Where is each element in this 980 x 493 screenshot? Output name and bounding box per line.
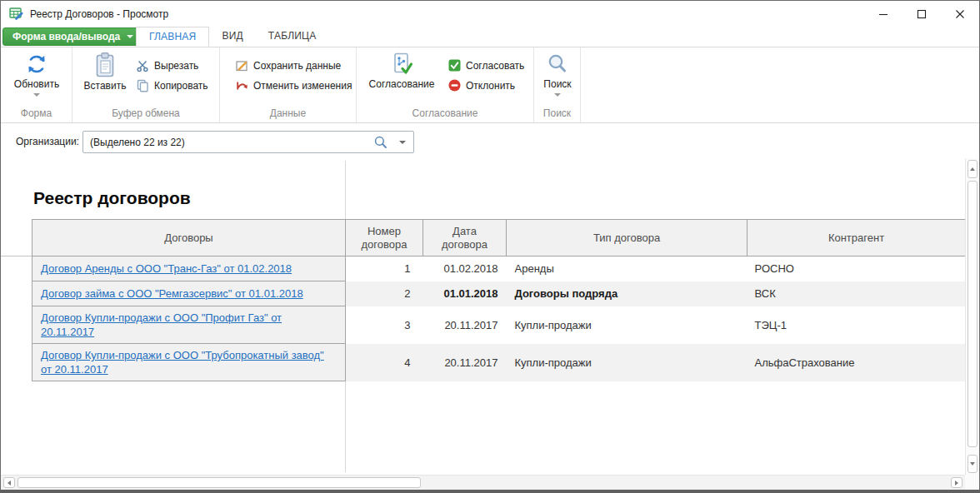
- organizations-combobox[interactable]: (Выделено 22 из 22): [82, 131, 414, 153]
- app-icon: [8, 7, 23, 22]
- table-row: Договор Купли-продажи с ООО "Трубопрокат…: [32, 344, 966, 381]
- save-icon: [235, 59, 248, 72]
- window-controls: [864, 1, 979, 27]
- chevron-down-icon[interactable]: [399, 141, 406, 144]
- date-cell: 01.02.2018: [423, 256, 507, 281]
- report-table: Договоры Номер договора Дата договора Ти…: [32, 219, 966, 381]
- type-cell: Аренды: [507, 256, 748, 281]
- contract-link-cell: Договор Аренды с ООО "Транс-Газ" от 01.0…: [32, 256, 346, 281]
- combo-search-icon[interactable]: [373, 135, 388, 153]
- vertical-scrollbar[interactable]: [965, 158, 979, 475]
- counterparty-cell: ВСК: [748, 281, 966, 306]
- paste-icon: [92, 52, 118, 78]
- copy-icon: [136, 79, 149, 92]
- organizations-label: Организации:: [16, 136, 79, 147]
- tab-vid[interactable]: ВИД: [209, 27, 255, 46]
- report-table-body: Договор Аренды с ООО "Транс-Газ" от 01.0…: [32, 256, 966, 381]
- scroll-left-button[interactable]: [3, 477, 15, 488]
- contract-link[interactable]: Договор Купли-продажи с ООО "Профит Газ"…: [41, 311, 282, 338]
- type-cell: Купли-продажи: [507, 344, 748, 381]
- save-data-button[interactable]: Сохранить данные: [235, 58, 352, 72]
- filter-panel: Организации: (Выделено 22 из 22): [1, 124, 979, 158]
- save-data-label: Сохранить данные: [253, 60, 341, 72]
- table-row: Договор Купли-продажи с ООО "Профит Газ"…: [32, 306, 966, 344]
- group-label-data: Данные: [220, 107, 356, 119]
- date-cell: 20.11.2017: [423, 306, 507, 344]
- organizations-value: (Выделено 22 из 22): [90, 137, 185, 148]
- approval-label: Согласование: [369, 78, 435, 90]
- ribbon-group-search: Поиск Поиск: [534, 47, 581, 122]
- horizontal-scrollbar[interactable]: [1, 475, 965, 490]
- titlebar: Реестр Договоров - Просмотр: [1, 1, 979, 27]
- reject-icon: [448, 79, 461, 92]
- row-split-line: [1, 256, 32, 256]
- scrollbar-corner: [965, 475, 979, 490]
- contract-link[interactable]: Договор займа с ООО "Ремгазсервис" от 01…: [41, 287, 303, 300]
- undo-changes-button[interactable]: Отменить изменения: [235, 78, 352, 92]
- ribbon-group-form: Обновить Форма: [1, 47, 72, 122]
- approval-flow-icon: [389, 52, 414, 77]
- form-io-menu-button[interactable]: Форма ввода/вывода: [2, 27, 143, 46]
- ribbon-group-data: Сохранить данные Отменить изменения Данн…: [220, 47, 357, 122]
- contract-link[interactable]: Договор Купли-продажи с ООО "Трубопрокат…: [41, 349, 324, 376]
- tab-glavnaya[interactable]: ГЛАВНАЯ: [136, 27, 209, 47]
- search-label: Поиск: [543, 78, 571, 90]
- group-label-approval: Согласование: [357, 107, 533, 119]
- counterparty-cell: ТЭЦ-1: [748, 306, 966, 344]
- minimize-button[interactable]: [864, 1, 902, 27]
- number-cell: 3: [346, 306, 423, 344]
- ribbon-group-approval: Согласование Согласовать Отклонить: [357, 47, 534, 122]
- tab-tablitsa[interactable]: ТАБЛИЦА: [256, 27, 329, 46]
- number-cell: 2: [346, 281, 423, 306]
- counterparty-cell: РОСНО: [748, 256, 966, 281]
- form-io-menu-label: Форма ввода/вывода: [12, 31, 120, 42]
- table-row: Договор займа с ООО "Ремгазсервис" от 01…: [32, 281, 966, 306]
- approve-label: Согласовать: [466, 60, 524, 72]
- column-header-number: Номер договора: [346, 220, 423, 256]
- report-title: Реестр договоров: [33, 188, 191, 208]
- column-header-date: Дата договора: [423, 220, 507, 256]
- minimize-icon: [878, 9, 888, 19]
- date-cell: 01.01.2018: [423, 281, 507, 306]
- search-button[interactable]: Поиск: [538, 52, 578, 97]
- approve-icon: [448, 59, 461, 72]
- ribbon: Обновить Форма Вставить: [1, 47, 979, 123]
- reject-button[interactable]: Отклонить: [448, 78, 524, 92]
- contract-link[interactable]: Договор Аренды с ООО "Транс-Газ" от 01.0…: [41, 262, 292, 275]
- counterparty-cell: АльфаСтрахование: [748, 344, 966, 381]
- column-header-type: Тип договора: [507, 220, 748, 256]
- chevron-down-icon: [554, 93, 561, 97]
- column-header-contracts: Договоры: [32, 220, 346, 256]
- vertical-scroll-thumb[interactable]: [968, 181, 978, 447]
- type-cell: Купли-продажи: [507, 306, 748, 344]
- contract-link-cell: Договор Купли-продажи с ООО "Трубопрокат…: [32, 344, 346, 381]
- copy-button[interactable]: Копировать: [136, 78, 208, 92]
- column-header-counterparty: Контрагент: [748, 220, 966, 256]
- close-button[interactable]: [941, 1, 979, 27]
- scroll-up-button[interactable]: [968, 160, 978, 178]
- maximize-button[interactable]: [902, 1, 941, 27]
- paste-button[interactable]: Вставить: [79, 52, 131, 92]
- cut-label: Вырезать: [154, 60, 198, 72]
- maximize-icon: [917, 9, 927, 19]
- ribbon-tabs: ГЛАВНАЯ ВИД ТАБЛИЦА: [136, 27, 328, 47]
- scroll-right-button[interactable]: [951, 477, 962, 488]
- ribbon-tab-row: Форма ввода/вывода ГЛАВНАЯ ВИД ТАБЛИЦА: [1, 27, 979, 47]
- group-label-clipboard: Буфер обмена: [72, 107, 219, 119]
- approval-button[interactable]: Согласование: [360, 52, 443, 90]
- refresh-button[interactable]: Обновить: [9, 52, 64, 97]
- group-label-form: Форма: [1, 107, 72, 119]
- triangle-down-icon: [970, 462, 975, 466]
- scroll-down-button[interactable]: [968, 455, 978, 473]
- cut-icon: [136, 59, 149, 72]
- approve-button[interactable]: Согласовать: [448, 58, 524, 72]
- date-cell: 20.11.2017: [423, 344, 507, 381]
- cut-button[interactable]: Вырезать: [136, 58, 208, 72]
- horizontal-scroll-thumb[interactable]: [18, 477, 421, 488]
- table-row: Договор Аренды с ООО "Транс-Газ" от 01.0…: [32, 256, 966, 281]
- copy-label: Копировать: [154, 80, 208, 92]
- group-label-search: Поиск: [534, 107, 580, 119]
- triangle-right-icon: [955, 481, 958, 486]
- search-icon: [545, 52, 570, 77]
- application-window: Реестр Договоров - Просмотр Форма ввода/…: [0, 0, 980, 493]
